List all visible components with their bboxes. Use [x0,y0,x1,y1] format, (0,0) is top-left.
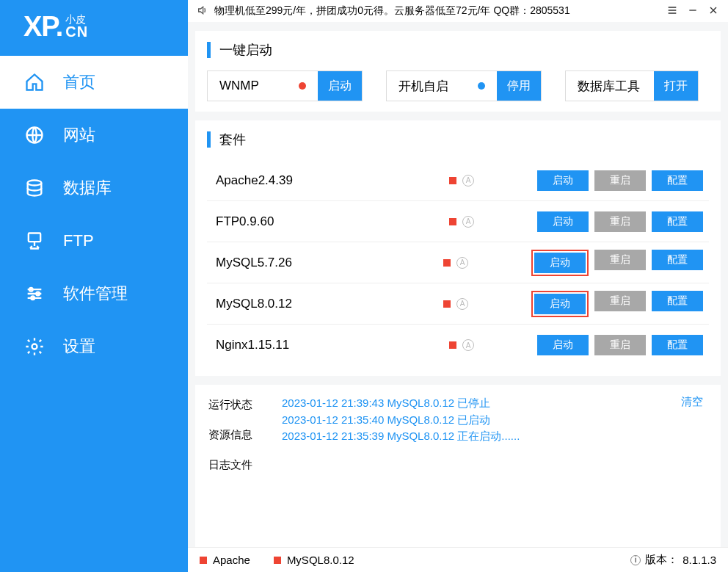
wnmp-label: WNMP [219,79,259,93]
status-square-red [443,300,451,308]
restart-auto-icon: A [462,175,474,187]
suite-restart-button[interactable]: 重启 [594,211,646,232]
boot-block: 开机自启 停用 [386,70,542,101]
app-logo: XP. 小皮 CN [0,0,188,53]
dbtool-block: 数据库工具 打开 [565,70,699,101]
status-square-red [449,218,456,225]
suite-name: MySQL5.7.26 [213,256,443,270]
log-tab-status[interactable]: 运行状态 [208,397,267,412]
log-line: 2023-01-12 21:35:40 MySQL8.0.12 已启动 [282,412,707,429]
suite-restart-button[interactable]: 重启 [594,335,646,355]
status-dot-blue [478,82,485,90]
log-output: 2023-01-12 21:39:43 MySQL8.0.12 已停止2023-… [282,395,707,537]
suite-name: Nginx1.15.11 [213,338,449,352]
dbtool-label: 数据库工具 [578,78,640,95]
title-bar: 物理机低至299元/年，拼团成功0元得。云服务器低至72元/年 QQ群：2805… [188,0,728,22]
boot-label: 开机自启 [398,78,448,95]
sidebar-soft-label: 软件管理 [63,283,128,305]
log-panel: 运行状态 资源信息 日志文件 2023-01-12 21:39:43 MySQL… [195,385,721,547]
log-line: 2023-01-12 21:35:39 MySQL8.0.12 正在启动....… [282,428,707,445]
log-tab-file[interactable]: 日志文件 [208,457,267,472]
wnmp-block: WNMP 启动 [207,70,363,101]
suite-row: MySQL5.7.26A启动重启配置 [207,242,709,283]
close-icon[interactable] [707,4,719,18]
sidebar-db-label: 数据库 [63,177,112,199]
logo-small-text: 小皮 [65,14,88,24]
status-square-red [443,259,451,267]
status-square-red [449,177,456,184]
log-line: 2023-01-12 21:39:43 MySQL8.0.12 已停止 [282,395,707,412]
ftp-icon [23,230,46,252]
status-square-red [449,341,456,349]
boot-disable-button[interactable]: 停用 [497,71,541,101]
suite-row: Apache2.4.39A启动重启配置 [207,160,709,201]
suite-title: 套件 [219,131,246,148]
speaker-icon [197,4,208,18]
log-clear-button[interactable]: 清空 [681,395,703,409]
sidebar-site-label: 网站 [63,124,95,146]
minimize-icon[interactable] [687,4,699,18]
suite-config-button[interactable]: 配置 [652,291,703,311]
quick-start-panel: 一键启动 WNMP 启动 开机自启 停用 [195,31,721,112]
suite-config-button[interactable]: 配置 [652,335,703,355]
highlighted-start: 启动 [531,250,589,276]
sidebar-home-label: 首页 [63,71,95,93]
status-square-red [274,557,281,564]
status-apache: Apache [213,554,250,566]
suite-config-button[interactable]: 配置 [652,170,703,191]
svg-point-6 [32,344,37,350]
suite-row: FTP0.9.60A启动重启配置 [207,201,709,242]
sidebar-item-home[interactable]: 首页 [0,56,188,109]
restart-auto-icon: A [462,339,474,351]
svg-point-1 [28,181,42,186]
home-icon [23,71,46,93]
sidebar-set-label: 设置 [63,336,95,358]
logo-cn-text: CN [65,24,88,39]
suite-start-button[interactable]: 启动 [534,294,586,314]
sidebar-ftp-label: FTP [63,231,94,250]
sliders-icon [23,283,46,305]
status-mysql: MySQL8.0.12 [287,554,354,566]
info-icon: i [630,555,641,565]
suite-config-button[interactable]: 配置 [652,250,703,270]
dbtool-open-button[interactable]: 打开 [654,71,698,101]
suite-name: FTP0.9.60 [213,214,449,229]
suite-name: Apache2.4.39 [213,173,449,188]
suite-restart-button[interactable]: 重启 [594,170,646,191]
highlighted-start: 启动 [531,291,589,317]
log-tab-resource[interactable]: 资源信息 [208,427,267,442]
sidebar-item-software[interactable]: 软件管理 [0,267,188,320]
version-label: 版本： [645,553,678,567]
sidebar-item-ftp[interactable]: FTP [0,214,188,267]
suite-panel: 套件 Apache2.4.39A启动重启配置FTP0.9.60A启动重启配置My… [195,120,721,376]
announcement-text: 物理机低至299元/年，拼团成功0元得。云服务器低至72元/年 QQ群：2805… [214,4,570,18]
suite-start-button[interactable]: 启动 [537,170,589,191]
restart-auto-icon: A [456,257,468,269]
status-dot-red [299,82,306,90]
logo-xp-text: XP. [23,11,62,43]
quick-start-title: 一键启动 [219,41,272,59]
suite-config-button[interactable]: 配置 [652,211,703,232]
sidebar-item-site[interactable]: 网站 [0,109,188,162]
suite-restart-button[interactable]: 重启 [594,291,646,311]
status-square-red [200,557,207,564]
restart-auto-icon: A [462,216,474,228]
database-icon [23,177,46,199]
suite-start-button[interactable]: 启动 [537,211,589,232]
sidebar-item-database[interactable]: 数据库 [0,162,188,214]
gear-icon [23,336,46,358]
version-value: 8.1.1.3 [682,554,716,566]
menu-icon[interactable] [666,4,678,18]
sidebar-item-settings[interactable]: 设置 [0,320,188,373]
suite-row: MySQL8.0.12A启动重启配置 [207,283,709,325]
restart-auto-icon: A [456,298,468,310]
status-bar: Apache MySQL8.0.12 i 版本： 8.1.1.3 [188,547,728,572]
suite-name: MySQL8.0.12 [213,297,443,311]
suite-restart-button[interactable]: 重启 [594,250,646,270]
svg-rect-2 [29,233,40,242]
globe-icon [23,124,46,146]
suite-start-button[interactable]: 启动 [537,335,589,355]
suite-row: Nginx1.15.11A启动重启配置 [207,325,709,366]
wnmp-start-button[interactable]: 启动 [318,71,362,101]
suite-start-button[interactable]: 启动 [534,253,586,273]
